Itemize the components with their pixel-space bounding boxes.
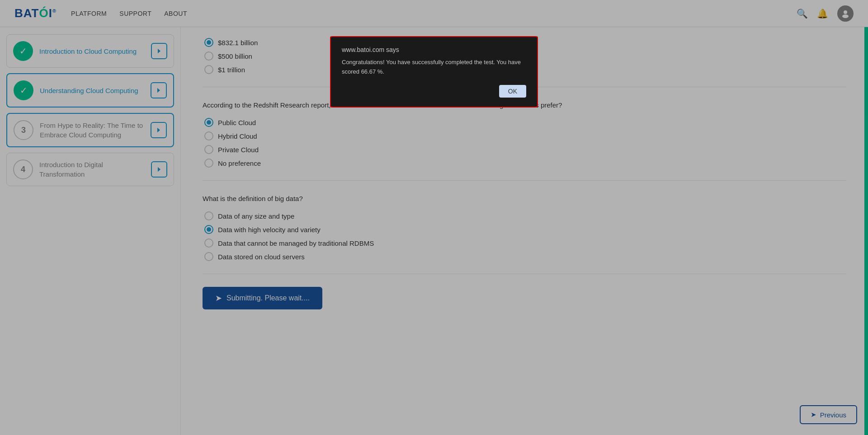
- modal-body: Congratulations! You have successfully c…: [342, 58, 526, 77]
- modal-footer: OK: [342, 85, 526, 98]
- modal-title: www.batoi.com says: [342, 46, 526, 53]
- modal-dialog: www.batoi.com says Congratulations! You …: [330, 36, 538, 108]
- modal-overlay[interactable]: www.batoi.com says Congratulations! You …: [0, 0, 868, 435]
- modal-ok-button[interactable]: OK: [499, 85, 526, 98]
